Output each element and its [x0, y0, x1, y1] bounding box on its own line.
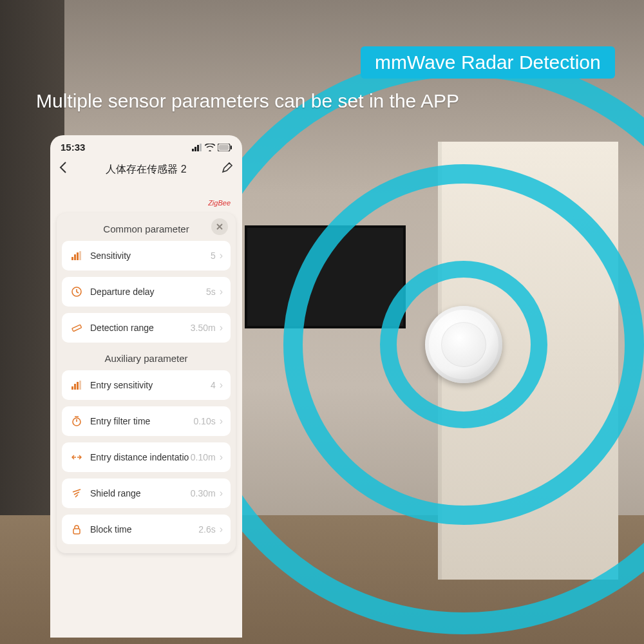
row-label: Sensitivity	[90, 251, 211, 261]
row-entry-sensitivity[interactable]: Entry sensitivity 4 ›	[62, 370, 231, 400]
protocol-badge: ZigBee	[50, 181, 242, 209]
status-icons	[192, 144, 232, 151]
svg-rect-13	[71, 386, 73, 390]
phone-mockup: 15:33 人体存在传感器 2 ZigBee Common parameter …	[50, 135, 242, 638]
row-label: Block time	[90, 524, 198, 535]
svg-rect-18	[73, 529, 80, 534]
bars-icon	[70, 381, 84, 390]
row-value: 3.50m	[191, 323, 216, 333]
row-label: Shield range	[90, 488, 191, 498]
signal-icon	[192, 144, 202, 151]
svg-rect-3	[200, 144, 202, 151]
chevron-right-icon: ›	[220, 451, 223, 463]
svg-rect-1	[194, 147, 196, 151]
svg-rect-10	[79, 251, 81, 260]
lock-icon	[70, 524, 84, 535]
close-icon	[216, 223, 223, 230]
row-value: 0.30m	[191, 488, 216, 498]
svg-rect-6	[219, 145, 229, 150]
status-bar: 15:33	[50, 135, 242, 158]
row-value: 5s	[206, 287, 216, 297]
row-label: Departure delay	[90, 287, 206, 297]
row-sensitivity[interactable]: Sensitivity 5 ›	[62, 241, 231, 270]
svg-rect-14	[74, 384, 76, 390]
chevron-left-icon	[59, 162, 67, 173]
svg-rect-5	[231, 146, 232, 149]
wifi-icon	[205, 144, 215, 151]
bars-icon	[70, 251, 84, 260]
shield-icon	[70, 488, 84, 498]
row-value: 0.10s	[193, 416, 215, 426]
back-button[interactable]	[59, 162, 67, 176]
app-bar: 人体存在传感器 2	[50, 158, 242, 181]
close-button[interactable]	[211, 218, 228, 235]
row-value: 0.10m	[191, 452, 216, 462]
ruler-icon	[70, 323, 84, 333]
chevron-right-icon: ›	[220, 524, 223, 535]
clock-icon	[70, 287, 84, 297]
row-departure-delay[interactable]: Departure delay 5s ›	[62, 277, 231, 307]
edit-button[interactable]	[222, 162, 233, 176]
section-header-common: Common parameter	[62, 220, 231, 241]
row-entry-filter-time[interactable]: Entry filter time 0.10s ›	[62, 406, 231, 436]
page-title: 人体存在传感器 2	[106, 163, 186, 176]
row-label: Entry sensitivity	[90, 380, 211, 390]
row-label: Detection range	[90, 323, 191, 333]
headline-text: Multiple sensor parameters can be set in…	[36, 90, 459, 112]
svg-rect-9	[77, 252, 79, 260]
row-entry-distance-indentation[interactable]: Entry distance indentatio 0.10m ›	[62, 442, 231, 472]
chevron-right-icon: ›	[220, 286, 223, 298]
svg-rect-0	[192, 149, 194, 151]
svg-rect-16	[79, 381, 81, 390]
status-time: 15:33	[61, 142, 85, 153]
chevron-right-icon: ›	[220, 415, 223, 427]
timer-icon	[70, 416, 84, 426]
chevron-right-icon: ›	[220, 488, 223, 499]
row-label: Entry filter time	[90, 416, 193, 426]
chevron-right-icon: ›	[220, 379, 223, 391]
chevron-right-icon: ›	[220, 250, 223, 261]
row-shield-range[interactable]: Shield range 0.30m ›	[62, 478, 231, 508]
row-value: 5	[211, 251, 216, 261]
section-header-aux: Auxiliary parameter	[62, 349, 231, 370]
parameter-panel: Common parameter Sensitivity 5 › Departu…	[57, 213, 236, 553]
svg-rect-2	[197, 145, 199, 151]
battery-icon	[218, 144, 232, 151]
background-cabinet	[438, 142, 618, 580]
svg-rect-7	[71, 257, 73, 260]
svg-rect-8	[74, 254, 76, 260]
row-detection-range[interactable]: Detection range 3.50m ›	[62, 313, 231, 343]
chevron-right-icon: ›	[220, 322, 223, 334]
arrows-icon	[70, 454, 84, 460]
svg-rect-12	[72, 325, 82, 331]
row-label: Entry distance indentatio	[90, 452, 191, 462]
row-value: 4	[211, 380, 216, 390]
product-badge: mmWave Radar Detection	[361, 46, 615, 79]
svg-rect-15	[77, 382, 79, 390]
row-value: 2.6s	[198, 524, 215, 535]
pencil-icon	[222, 162, 233, 173]
row-block-time[interactable]: Block time 2.6s ›	[62, 515, 231, 544]
background-tv	[245, 225, 406, 328]
